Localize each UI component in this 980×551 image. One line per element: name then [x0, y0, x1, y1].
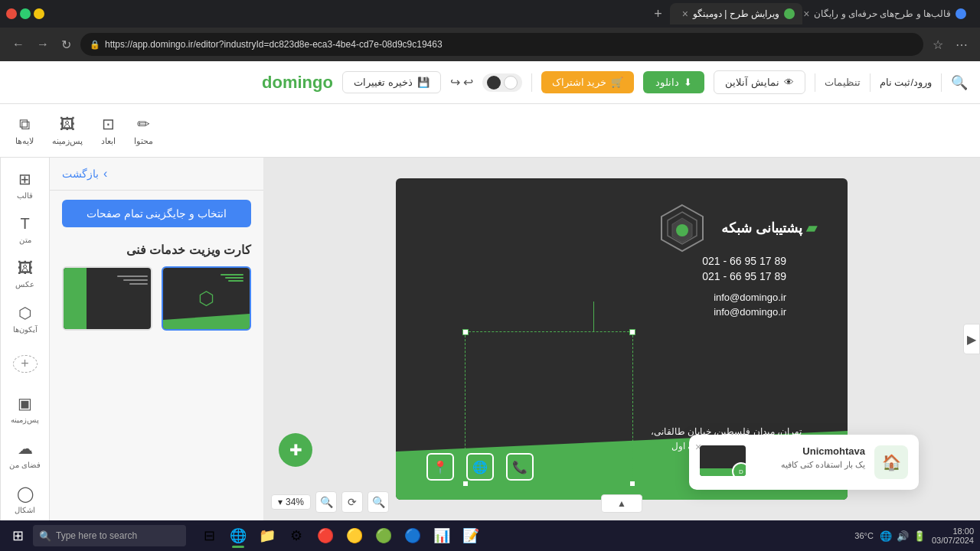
back-button-sidebar[interactable]: › بازگشت — [50, 158, 263, 191]
taskbar-app-5[interactable]: 🔴 — [312, 522, 339, 549]
save-button[interactable]: 💾 ذخیره تغییرات — [342, 71, 441, 93]
taskbar-app-8[interactable]: 🔵 — [399, 522, 426, 549]
tool-dimensions[interactable]: ⊡ ابعاد — [101, 115, 116, 146]
save-icon: 💾 — [417, 77, 430, 88]
taskbar-app-task-view[interactable]: ⊟ — [195, 522, 223, 549]
url-text: https://app.domingo.ir/editor?industryId… — [105, 39, 443, 50]
icons-icon: ⬡ — [18, 304, 31, 322]
address-bar-row: ← → ↻ 🔒 https://app.domingo.ir/editor?in… — [0, 28, 980, 61]
selection-handle-bl[interactable] — [462, 481, 469, 487]
taskbar-search-box[interactable]: 🔍 Type here to search — [33, 525, 186, 546]
preview2-text — [117, 276, 148, 287]
save-label: ذخیره تغییرات — [354, 77, 413, 88]
download-button[interactable]: ⬇ دانلود — [643, 71, 704, 93]
redo-button[interactable]: ↪ — [450, 75, 460, 90]
subscribe-button[interactable]: 🛒 خرید اشتراک — [541, 71, 635, 93]
taskbar-app-6[interactable]: 🟡 — [341, 522, 368, 549]
content-label: محتوا — [134, 136, 153, 146]
taskbar-app-7[interactable]: 🟢 — [370, 522, 397, 549]
sidebar-item-background[interactable]: ▣ پس‌زمینه — [5, 388, 45, 430]
app6-icon: 🟡 — [346, 527, 363, 544]
panel-toggle-arrow[interactable]: ▶ — [963, 324, 980, 354]
header-search-icon[interactable]: 🔍 — [951, 74, 968, 91]
minimize-button[interactable] — [34, 8, 44, 19]
card-hexagon-logo — [655, 201, 709, 255]
preview-lines-1 — [220, 274, 243, 283]
preview2-green-side — [64, 268, 87, 329]
undo-button[interactable]: ↩ — [463, 75, 473, 90]
browser-tab-2[interactable]: ویرایش طرح | دومینگو × — [670, 3, 802, 24]
download-icon: ⬇ — [684, 77, 692, 88]
settings-button[interactable]: تنظیمات — [825, 77, 861, 88]
template-preview-1[interactable]: ⬡ — [162, 266, 252, 331]
tool-layers[interactable]: ⧉ لایه‌ها — [15, 116, 34, 146]
add-element-button[interactable]: + — [13, 355, 38, 373]
selection-handle-br[interactable] — [629, 481, 635, 487]
tab-label-1: قالب‌ها و طرح‌های حرفه‌ای و رایگان — [814, 8, 951, 19]
selection-handle-tr[interactable] — [629, 329, 635, 335]
taskbar-app-settings[interactable]: ⚙ — [283, 522, 310, 549]
close-button[interactable] — [6, 8, 17, 19]
excel-icon: 📊 — [433, 527, 450, 544]
app-logo: domingo — [262, 73, 333, 92]
preview-line-1-1 — [220, 274, 243, 276]
collapse-panel-button[interactable]: ▲ — [601, 494, 642, 513]
taskbar-app-explorer[interactable]: 📁 — [253, 522, 281, 549]
star-icon[interactable]: ☆ — [929, 36, 946, 54]
right-sidebar: › بازگشت انتخاب و جایگزینی تمام صفحات کا… — [49, 158, 263, 520]
online-preview-button[interactable]: 👁 نمایش آنلاین — [714, 70, 805, 94]
dark-mode-indicator — [487, 76, 501, 90]
preview2-line-2 — [123, 279, 148, 281]
zoom-level: ▾ 34% — [271, 494, 311, 510]
taskbar-app-edge[interactable]: 🌐 — [224, 522, 252, 549]
notification-avatar: D — [732, 462, 746, 476]
card-phone-1: 021 - 66 95 17 89 — [702, 255, 786, 267]
layers-icon: ⧉ — [19, 116, 30, 133]
zoom-in-button[interactable]: 🔍 — [315, 491, 337, 513]
taskbar-app-word[interactable]: 📝 — [457, 522, 485, 549]
taskbar-app-excel[interactable]: 📊 — [428, 522, 456, 549]
background-label: پس‌زمینه — [52, 136, 83, 146]
card-logo-green-part: ▰ — [802, 220, 817, 236]
tab-close-2[interactable]: × — [682, 8, 688, 20]
template-previews: ⬡ — [50, 266, 263, 343]
start-button[interactable]: ⊞ — [6, 524, 30, 547]
tab-close-1[interactable]: × — [803, 8, 809, 20]
zoom-out-button[interactable]: 🔍 — [368, 491, 389, 513]
taskbar-right: 36°C 🌐 🔊 🔋 18:00 03/07/2024 — [854, 527, 974, 545]
new-tab-button[interactable]: + — [649, 6, 667, 22]
notification-text: یک بار استفاده کنی کافیه — [755, 460, 865, 470]
tool-background[interactable]: 🖼 پس‌زمینه — [52, 116, 83, 146]
tool-content[interactable]: ✏ محتوا — [134, 115, 153, 146]
refresh-button[interactable]: ↻ — [58, 34, 74, 55]
login-button[interactable]: ورود/ثبت نام — [880, 77, 932, 88]
sidebar-item-template[interactable]: ⊞ قالب — [5, 164, 45, 206]
card-contact: 021 - 66 95 17 89 021 - 66 95 17 89 info… — [702, 255, 786, 321]
loading-indicator: ⟳ — [341, 491, 363, 513]
fab-button[interactable]: ✚ — [279, 433, 312, 467]
back-button[interactable]: ← — [9, 34, 28, 54]
preview2-line-3 — [129, 283, 148, 285]
notification-popup: × 🏠 Unicmohtava یک بار استفاده کنی کافیه… — [689, 435, 919, 490]
edge-icon: 🌐 — [230, 527, 247, 544]
my-space-label: فضای من — [9, 461, 41, 469]
template-preview-2[interactable] — [62, 266, 152, 331]
address-bar[interactable]: 🔒 https://app.domingo.ir/editor?industry… — [80, 33, 923, 56]
browser-tab-1[interactable]: قالب‌ها و طرح‌های حرفه‌ای و رایگان × — [805, 3, 974, 24]
theme-toggle[interactable] — [482, 73, 522, 92]
sidebar-item-my-space[interactable]: ☁ فضای من — [5, 433, 45, 475]
content-icon: ✏ — [137, 115, 150, 133]
template-preview-image-2 — [64, 268, 151, 329]
photo-label: عکس — [15, 280, 34, 289]
more-icon[interactable]: ⋯ — [952, 36, 971, 54]
sidebar-item-photo[interactable]: 🖼 عکس — [5, 253, 45, 295]
sidebar-item-shapes[interactable]: ◯ اشکال — [5, 478, 45, 520]
apply-all-button[interactable]: انتخاب و جایگزینی تمام صفحات — [62, 200, 251, 227]
back-label: بازگشت — [62, 168, 99, 180]
selection-handle-tl[interactable] — [462, 329, 469, 335]
forward-button[interactable]: → — [34, 34, 52, 54]
sidebar-item-icons[interactable]: ⬡ آیکون‌ها — [5, 298, 45, 340]
maximize-button[interactable] — [20, 8, 31, 19]
sidebar-item-text[interactable]: T متن — [5, 209, 45, 250]
template-section-title: کارت ویزیت خدمات فنی — [50, 236, 263, 266]
